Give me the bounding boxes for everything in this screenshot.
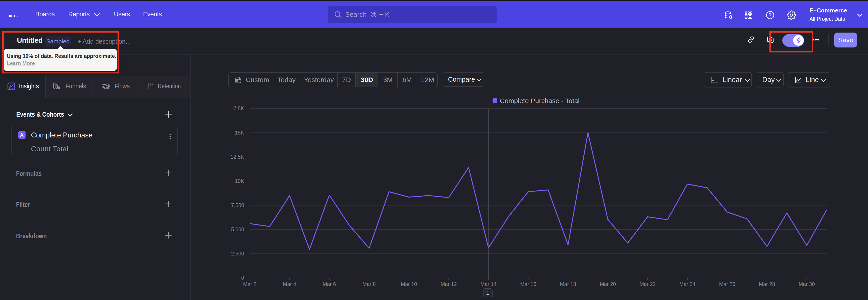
svg-text:Mar 28: Mar 28	[759, 281, 775, 287]
svg-text:5,000: 5,000	[231, 227, 244, 232]
svg-text:Mar 24: Mar 24	[679, 281, 695, 287]
svg-text:Mar 30: Mar 30	[799, 281, 815, 287]
svg-text:Mar 26: Mar 26	[719, 281, 735, 287]
svg-text:7,500: 7,500	[231, 202, 244, 208]
svg-text:10K: 10K	[235, 178, 244, 184]
svg-text:Mar 12: Mar 12	[440, 281, 457, 287]
svg-text:Mar 8: Mar 8	[363, 281, 376, 287]
svg-text:Mar 14: Mar 14	[480, 281, 497, 287]
svg-text:Mar 20: Mar 20	[600, 281, 616, 287]
svg-text:Mar 4: Mar 4	[283, 281, 296, 287]
svg-text:Mar 10: Mar 10	[401, 281, 417, 287]
svg-text:Mar 18: Mar 18	[560, 281, 576, 287]
svg-text:2,500: 2,500	[231, 251, 244, 257]
svg-text:Mar 16: Mar 16	[520, 281, 536, 287]
svg-text:Mar 2: Mar 2	[243, 281, 256, 287]
svg-text:Mar 6: Mar 6	[323, 281, 336, 287]
svg-text:17.5K: 17.5K	[230, 106, 244, 112]
svg-text:0: 0	[241, 275, 244, 281]
svg-text:15K: 15K	[235, 130, 244, 136]
svg-text:1: 1	[486, 289, 489, 296]
svg-text:12.5K: 12.5K	[230, 154, 244, 160]
svg-text:Mar 22: Mar 22	[640, 281, 656, 287]
